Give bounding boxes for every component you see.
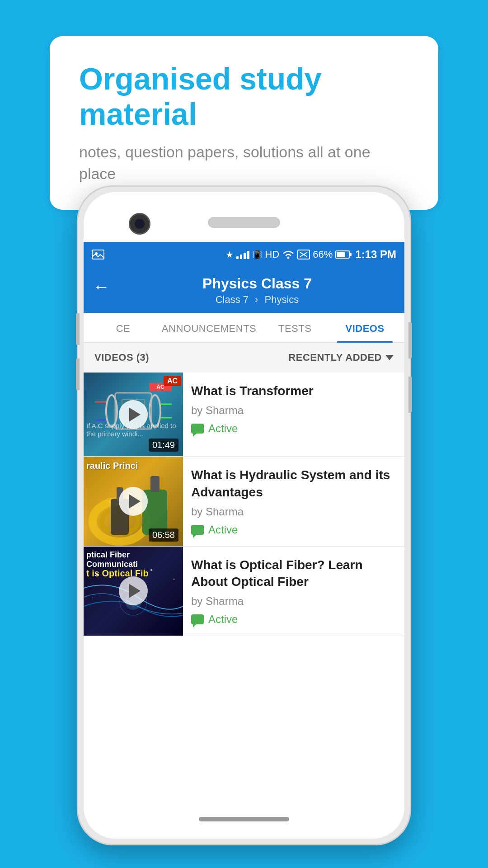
play-button-3[interactable] — [119, 576, 148, 605]
status-bar-left — [92, 250, 104, 259]
speech-bubble: Organised study material notes, question… — [50, 36, 438, 210]
svg-point-23 — [115, 565, 116, 566]
video-info-3: What is Optical Fiber? Learn About Optic… — [183, 547, 404, 636]
video-item-1[interactable]: AC AC 01:49 If A.C supply (V₁) is applie… — [84, 373, 404, 457]
front-camera — [129, 213, 150, 235]
play-triangle-icon-1 — [129, 407, 141, 422]
chevron-down-icon — [385, 355, 394, 360]
tabs-bar: CE ANNOUNCEMENTS TESTS VIDEOS — [84, 313, 404, 343]
status-time: 1:13 PM — [355, 248, 396, 261]
tab-tests[interactable]: TESTS — [260, 313, 330, 342]
app-background: Organised study material notes, question… — [0, 0, 488, 868]
phone-outer: ★ 📳 HD — [77, 185, 411, 845]
filter-bar: VIDEOS (3) RECENTLY ADDED — [84, 343, 404, 373]
side-button-2 — [408, 377, 412, 413]
video-duration-2: 06:58 — [149, 528, 178, 542]
vibrate-icon: 📳 — [252, 250, 262, 259]
video-title-2: What is Hydraulic System and its Advanta… — [191, 467, 396, 501]
video-status-1: Active — [191, 422, 396, 435]
phone-inner: ★ 📳 HD — [84, 192, 404, 839]
power-button[interactable] — [408, 322, 412, 359]
battery-icon — [335, 250, 350, 259]
sort-button[interactable]: RECENTLY ADDED — [288, 352, 394, 363]
svg-point-25 — [174, 579, 175, 580]
status-badge-1: Active — [208, 422, 238, 435]
play-triangle-icon — [129, 494, 141, 509]
tab-videos[interactable]: VIDEOS — [330, 313, 400, 342]
video-title-1: What is Transformer — [191, 382, 396, 400]
tab-ce[interactable]: CE — [88, 313, 158, 342]
videos-count: VIDEOS (3) — [94, 352, 149, 363]
hd-badge: HD — [265, 249, 279, 260]
wifi-icon — [282, 250, 295, 259]
app-bar: ← Physics Class 7 Class 7 › Physics — [84, 267, 404, 313]
app-bar-title-group: Physics Class 7 Class 7 › Physics — [119, 275, 395, 306]
breadcrumb-separator: › — [255, 294, 258, 305]
svg-rect-19 — [150, 476, 160, 492]
volume-up-button[interactable] — [76, 313, 80, 345]
video-item-3[interactable]: ptical Fiber Communicati t is Optical Fi… — [84, 547, 404, 637]
thumb-caption-1: If A.C supply (V₁) is applied to the pri… — [86, 422, 177, 438]
bluetooth-icon: ★ — [225, 249, 234, 260]
svg-rect-0 — [92, 250, 104, 259]
network-icon — [297, 250, 310, 259]
status-badge-2: Active — [208, 524, 238, 536]
video-duration-1: 01:49 — [149, 439, 178, 452]
breadcrumb-subject: Physics — [265, 294, 299, 305]
earpiece-speaker — [208, 217, 280, 228]
volume-down-button[interactable] — [76, 359, 80, 390]
svg-point-26 — [92, 597, 93, 598]
video-author-3: by Sharma — [191, 595, 396, 608]
status-bar-right: ★ 📳 HD — [225, 248, 396, 261]
video-thumbnail-2: raulic Princi — [84, 457, 183, 546]
phone-mockup: ★ 📳 HD — [77, 185, 411, 845]
app-bar-title: Physics Class 7 — [202, 275, 312, 292]
bubble-title: Organised study material — [79, 61, 409, 132]
breadcrumb-class: Class 7 — [216, 294, 249, 305]
video-author-1: by Sharma — [191, 404, 396, 417]
bubble-subtitle: notes, question papers, solutions all at… — [79, 142, 409, 184]
ac-badge: AC — [164, 376, 181, 386]
sort-label: RECENTLY ADDED — [288, 352, 382, 363]
video-list: AC AC 01:49 If A.C supply (V₁) is applie… — [84, 373, 404, 636]
photo-icon — [92, 250, 104, 259]
video-info-2: What is Hydraulic System and its Advanta… — [183, 457, 404, 546]
video-thumbnail-3: ptical Fiber Communicati t is Optical Fi… — [84, 547, 183, 636]
svg-point-22 — [96, 574, 98, 576]
play-button-2[interactable] — [119, 487, 148, 516]
chat-icon-2 — [191, 525, 204, 535]
svg-point-24 — [150, 569, 152, 571]
video-status-3: Active — [191, 613, 396, 626]
video-author-2: by Sharma — [191, 505, 396, 518]
hero-section: Organised study material notes, question… — [0, 0, 488, 210]
video-thumbnail-1: AC AC 01:49 If A.C supply (V₁) is applie… — [84, 373, 183, 456]
breadcrumb: Class 7 › Physics — [216, 294, 299, 306]
chat-icon-3 — [191, 614, 204, 624]
back-button[interactable]: ← — [93, 277, 110, 297]
video-item-2[interactable]: raulic Princi — [84, 457, 404, 547]
signal-icon — [236, 250, 249, 259]
video-info-1: What is Transformer by Sharma Active — [183, 373, 404, 456]
home-indicator[interactable] — [199, 817, 289, 821]
status-bar: ★ 📳 HD — [84, 242, 404, 267]
chat-icon-1 — [191, 424, 204, 434]
status-badge-3: Active — [208, 613, 238, 626]
video-title-3: What is Optical Fiber? Learn About Optic… — [191, 557, 396, 591]
video-status-2: Active — [191, 524, 396, 536]
battery-percent: 66% — [313, 249, 333, 260]
tab-announcements[interactable]: ANNOUNCEMENTS — [158, 313, 260, 342]
svg-point-2 — [287, 257, 290, 259]
screen: ★ 📳 HD — [84, 242, 404, 811]
play-triangle-icon-3 — [129, 584, 141, 598]
